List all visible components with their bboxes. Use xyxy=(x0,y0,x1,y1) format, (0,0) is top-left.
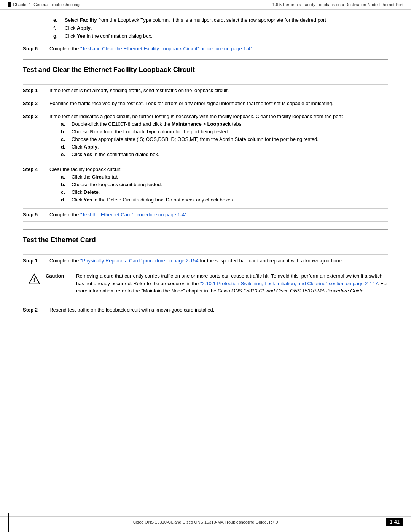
intro-step-f-label: f. xyxy=(53,25,65,31)
caution-triangle-icon: ! xyxy=(28,273,40,285)
caution-block: ! Caution Removing a card that currently… xyxy=(23,268,388,299)
intro-step-g: g. Click Yes in the confirmation dialog … xyxy=(53,33,388,39)
section1-step3-label: Step 3 xyxy=(23,113,49,159)
section1-step3-sub-b-text: Choose None from the Loopback Type colum… xyxy=(72,129,229,134)
section1-step2-content: Examine the traffic received by the test… xyxy=(49,101,388,106)
section1-step4-sub-d-text: Click Yes in the Delete Circuits dialog … xyxy=(72,197,234,203)
section1-step3-sub-a: a. Double-click the CE100T-8 card and cl… xyxy=(61,121,388,127)
svg-text:!: ! xyxy=(33,277,35,283)
section1-step3-sub-d-label: d. xyxy=(61,144,72,150)
header-left-indicator xyxy=(8,2,11,7)
section1-step3-sub-c-text: Choose the appropriate state (IS; OOS,DS… xyxy=(72,136,319,142)
section1-step4-sub-c-text: Click Delete. xyxy=(72,189,100,195)
intro-step-f-text: Click Apply. xyxy=(65,25,388,31)
caution-label: Caution xyxy=(46,272,76,295)
intro-step-e: e. Select Facility from the Loopback Typ… xyxy=(53,17,388,23)
section1-step3-sub-e-label: e. xyxy=(61,152,72,157)
section1-bottom-rule xyxy=(23,221,388,222)
section1-step3-sub-b: b. Choose None from the Loopback Type co… xyxy=(61,129,388,134)
section1-step5-content: Complete the "Test the Ethernet Card" pr… xyxy=(49,212,388,217)
section2-step2-label: Step 2 xyxy=(23,307,49,313)
section2-step1: Step 1 Complete the "Physically Replace … xyxy=(23,254,388,264)
section2-step2-content: Resend test traffic on the loopback circ… xyxy=(49,307,388,313)
section1-step4-sub-a: a. Click the Circuits tab. xyxy=(61,174,388,180)
section2-step1-content: Complete the "Physically Replace a Card"… xyxy=(49,258,388,264)
section2-top-rule xyxy=(23,251,388,251)
intro-steps: e. Select Facility from the Loopback Typ… xyxy=(23,17,388,39)
section1-step4: Step 4 Clear the facility loopback circu… xyxy=(23,163,388,204)
section1-divider xyxy=(23,59,388,60)
footer-left-border xyxy=(8,513,9,532)
section1-step3-sub-a-label: a. xyxy=(61,121,72,127)
section1-step4-sub-b-label: b. xyxy=(61,182,72,187)
caution-text: Removing a card that currently carries t… xyxy=(76,272,388,295)
section1-step2-label: Step 2 xyxy=(23,101,49,106)
section1-step3-sub-c-label: c. xyxy=(61,136,72,142)
step-6-content: Complete the "Test and Clear the Etherne… xyxy=(49,46,388,51)
section1-step4-sub-d-label: d. xyxy=(61,197,72,203)
section1-step4-sub-b: b. Choose the loopback circuit being tes… xyxy=(61,182,388,187)
section1-step4-substeps: a. Click the Circuits tab. b. Choose the… xyxy=(49,174,388,203)
step-6-link[interactable]: "Test and Clear the Ethernet Facility Lo… xyxy=(80,46,253,51)
section1-step4-sub-a-text: Click the Circuits tab. xyxy=(72,174,120,180)
section1-step3-sub-e: e. Click Yes in the confirmation dialog … xyxy=(61,152,388,157)
header-left: Chapter 1 General Troubleshooting xyxy=(8,2,80,7)
section1-step4-sub-d: d. Click Yes in the Delete Circuits dial… xyxy=(61,197,388,203)
section1-step5-link[interactable]: "Test the Ethernet Card" procedure on pa… xyxy=(80,212,188,217)
section1-step3-content: If the test set indicates a good circuit… xyxy=(49,113,388,159)
footer: Cisco ONS 15310-CL and Cisco ONS 15310-M… xyxy=(0,516,411,524)
section1-heading: Test and Clear the Ethernet Facility Loo… xyxy=(23,66,388,74)
section1-step4-sub-c-label: c. xyxy=(61,189,72,195)
step-6-label: Step 6 xyxy=(23,46,49,51)
chapter-title: General Troubleshooting xyxy=(33,2,79,7)
intro-step-e-text: Select Facility from the Loopback Type c… xyxy=(65,17,388,23)
section2-step1-link[interactable]: "Physically Replace a Card" procedure on… xyxy=(80,258,199,264)
section1-step2: Step 2 Examine the traffic received by t… xyxy=(23,97,388,106)
step-6-row: Step 6 Complete the "Test and Clear the … xyxy=(23,46,388,51)
header-section-title: 1.6.5 Perform a Facility Loopback on a D… xyxy=(272,2,403,7)
section1-step4-content: Clear the facility loopback circuit: a. … xyxy=(49,166,388,204)
caution-icon-col: ! xyxy=(23,272,46,295)
section1-step3-sub-d: d. Click Apply. xyxy=(61,144,388,150)
caution-link[interactable]: "2.10.1 Protection Switching, Lock Initi… xyxy=(200,281,378,286)
main-content: e. Select Facility from the Loopback Typ… xyxy=(0,10,411,347)
intro-step-g-label: g. xyxy=(53,33,65,39)
intro-step-g-text: Click Yes in the confirmation dialog box… xyxy=(65,33,388,39)
header-right: 1.6.5 Perform a Facility Loopback on a D… xyxy=(272,2,403,7)
section1-step3: Step 3 If the test set indicates a good … xyxy=(23,110,388,159)
chapter-label: Chapter 1 xyxy=(13,2,31,7)
section1-step3-sub-d-text: Click Apply. xyxy=(72,144,99,150)
section1-step5-label: Step 5 xyxy=(23,212,49,217)
caution-italic-text: Cisco ONS 15310-CL and Cisco ONS 15310-M… xyxy=(218,288,363,294)
section2-step2: Step 2 Resend test traffic on the loopba… xyxy=(23,304,388,313)
section1-step5: Step 5 Complete the "Test the Ethernet C… xyxy=(23,208,388,217)
section1-step4-label: Step 4 xyxy=(23,166,49,204)
section1-step4-sub-c: c. Click Delete. xyxy=(61,189,388,195)
page-number-box: 1-41 xyxy=(386,518,403,526)
section1-step3-substeps: a. Double-click the CE100T-8 card and cl… xyxy=(49,121,388,157)
footer-center-text: Cisco ONS 15310-CL and Cisco ONS 15310-M… xyxy=(133,520,278,524)
section1-step3-sub-b-label: b. xyxy=(61,129,72,134)
section1-step4-sub-b-text: Choose the loopback circuit being tested… xyxy=(72,182,162,187)
header-bar: Chapter 1 General Troubleshooting 1.6.5 … xyxy=(0,0,411,10)
section2-heading: Test the Ethernet Card xyxy=(23,236,388,244)
section2-step1-label: Step 1 xyxy=(23,258,49,264)
section1-step1: Step 1 If the test set is not already se… xyxy=(23,84,388,93)
section1-step3-sub-e-text: Click Yes in the confirmation dialog box… xyxy=(72,152,159,157)
intro-step-g-bold: Yes xyxy=(77,33,85,39)
section2-divider xyxy=(23,229,388,230)
intro-step-f: f. Click Apply. xyxy=(53,25,388,31)
section1-step3-sub-a-text: Double-click the CE100T-8 card and click… xyxy=(72,121,243,127)
intro-step-f-bold: Apply xyxy=(77,25,91,31)
intro-step-e-label: e. xyxy=(53,17,65,23)
section1-step3-sub-c: c. Choose the appropriate state (IS; OOS… xyxy=(61,136,388,142)
page-container: Chapter 1 General Troubleshooting 1.6.5 … xyxy=(0,0,411,532)
intro-step-e-bold: Facility xyxy=(80,17,97,23)
section1-step4-sub-a-label: a. xyxy=(61,174,72,180)
section1-step1-label: Step 1 xyxy=(23,88,49,93)
section1-step1-content: If the test set is not already sending t… xyxy=(49,88,388,93)
section1-top-rule xyxy=(23,81,388,81)
